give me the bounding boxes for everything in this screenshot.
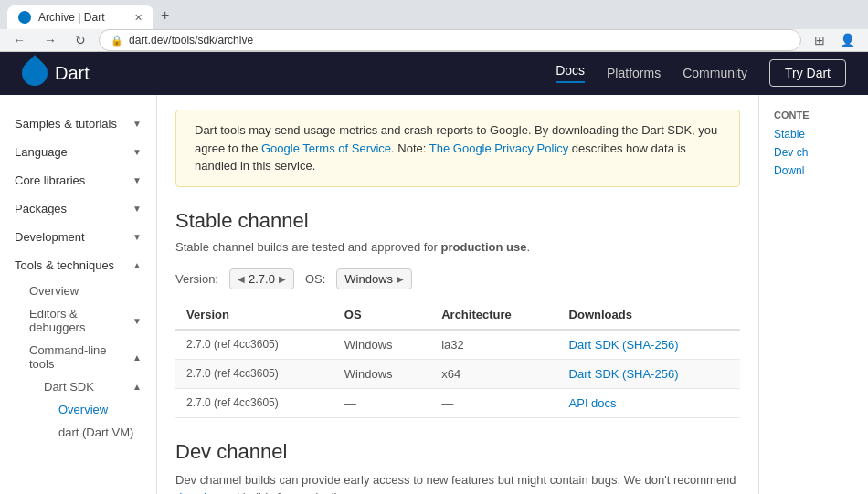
download-link[interactable]: Dart SDK (SHA-256) (569, 367, 679, 381)
dev-channel-title: Dev channel (175, 440, 740, 464)
table-header-row: Version OS Architecture Downloads (175, 300, 740, 330)
try-dart-button[interactable]: Try Dart (769, 59, 846, 87)
sidebar-item-development[interactable]: Development ▼ (0, 223, 156, 251)
chevron-down-icon: ▼ (132, 316, 142, 326)
browser-tab[interactable]: Archive | Dart ✕ (7, 5, 153, 29)
chevron-down-icon: ▼ (132, 232, 142, 242)
cell-arch: x64 (430, 359, 557, 388)
toc-dev-link[interactable]: Dev ch (774, 146, 853, 159)
cell-os: Windows (333, 359, 430, 388)
sidebar-sub-cmdline[interactable]: Command-line tools ▲ (15, 339, 156, 375)
version-value: 2.7.0 (249, 272, 275, 286)
nav-platforms[interactable]: Platforms (607, 66, 661, 80)
stable-desc-text: Stable channel builds are tested and app… (175, 240, 441, 254)
chevron-down-icon: ▼ (132, 175, 142, 185)
stable-channel-title: Stable channel (175, 209, 740, 233)
col-version: Version (175, 300, 333, 330)
download-link[interactable]: Dart SDK (SHA-256) (569, 338, 679, 352)
refresh-button[interactable]: ↻ (69, 29, 91, 51)
chevron-down-icon: ▼ (132, 204, 142, 214)
tos-link[interactable]: Google Terms of Service (261, 142, 391, 155)
sidebar-label-core: Core libraries (15, 173, 85, 187)
version-selector[interactable]: ◀ 2.7.0 ▶ (229, 268, 294, 289)
sidebar-sub-sdk-overview[interactable]: Overview (44, 398, 156, 421)
dev-desc-after: builds for production use. (239, 490, 376, 494)
cell-os: Windows (333, 330, 430, 360)
page-layout: Samples & tutorials ▼ Language ▼ Core li… (0, 95, 868, 494)
sidebar-label-packages: Packages (15, 202, 67, 215)
table-row: 2.7.0 (ref 4cc3605) Windows x64 Dart SDK… (175, 359, 740, 388)
nav-docs[interactable]: Docs (556, 63, 585, 83)
forward-button[interactable]: → (38, 29, 62, 51)
cell-os: — (333, 388, 430, 417)
right-sidebar-title: Conte (774, 110, 853, 121)
tab-favicon (18, 11, 31, 24)
right-arrow-icon: ▶ (279, 274, 286, 284)
new-tab-button[interactable]: + (153, 4, 176, 27)
sidebar-item-core[interactable]: Core libraries ▼ (0, 166, 156, 194)
sidebar-label-dart-sdk: Dart SDK (44, 380, 94, 394)
table-row: 2.7.0 (ref 4cc3605) — — API docs (175, 388, 740, 417)
chevron-down-icon: ▼ (132, 119, 142, 129)
stable-channel-section: Stable channel Stable channel builds are… (157, 202, 758, 433)
cell-download: Dart SDK (SHA-256) (558, 330, 740, 360)
sidebar-dart-sdk-section: Dart SDK ▲ Overview dart (Dart VM) (15, 375, 156, 444)
browser-toolbar: ← → ↻ 🔒 dart.dev/tools/sdk/archive ⊞ 👤 (0, 29, 868, 52)
stable-channel-desc: Stable channel builds are tested and app… (175, 240, 740, 254)
os-selector[interactable]: Windows ▶ (336, 268, 412, 289)
dev-channel-link[interactable]: dev channel (175, 490, 239, 494)
tab-close-button[interactable]: ✕ (134, 12, 143, 24)
sidebar-label-cmdline: Command-line tools (29, 343, 132, 371)
chevron-up-icon: ▲ (132, 382, 142, 392)
main-content: Dart tools may send usage metrics and cr… (157, 95, 758, 494)
col-os: OS (333, 300, 430, 330)
stable-table: Version OS Architecture Downloads 2.7.0 … (175, 300, 740, 418)
cell-arch: — (430, 388, 557, 417)
address-text: dart.dev/tools/sdk/archive (129, 34, 253, 47)
chevron-up-icon: ▲ (132, 352, 142, 363)
privacy-link[interactable]: The Google Privacy Policy (429, 142, 568, 155)
dart-logo-text: Dart (55, 63, 90, 84)
dart-icon (16, 55, 53, 91)
sidebar-sub-tools: Overview Editors & debuggers ▼ Command-l… (0, 279, 156, 444)
tab-title: Archive | Dart (38, 11, 104, 24)
toc-stable-link[interactable]: Stable (774, 128, 853, 141)
sidebar-sub-overview[interactable]: Overview (15, 279, 156, 302)
os-value: Windows (344, 272, 393, 286)
browser-chrome: Archive | Dart ✕ + ← → ↻ 🔒 dart.dev/tool… (0, 0, 868, 51)
right-sidebar: Conte Stable Dev ch Downl (758, 95, 868, 494)
sidebar-item-language[interactable]: Language ▼ (0, 138, 156, 166)
sidebar-item-tools[interactable]: Tools & techniques ▲ (0, 251, 156, 279)
version-label: Version: (175, 272, 218, 286)
sidebar-sub-dart-vm[interactable]: dart (Dart VM) (44, 421, 156, 444)
selector-row: Version: ◀ 2.7.0 ▶ OS: Windows ▶ (175, 268, 740, 289)
sidebar-label-language: Language (15, 145, 68, 159)
sidebar-sdk-children: Overview dart (Dart VM) (29, 398, 156, 444)
nav-community[interactable]: Community (683, 66, 747, 80)
back-button[interactable]: ← (7, 29, 31, 51)
sidebar-item-samples[interactable]: Samples & tutorials ▼ (0, 110, 156, 138)
app-header: Dart Docs Platforms Community Try Dart (0, 51, 868, 95)
os-label: OS: (305, 272, 325, 286)
sidebar-sub-editors[interactable]: Editors & debuggers ▼ (15, 302, 156, 339)
address-bar[interactable]: 🔒 dart.dev/tools/sdk/archive (99, 29, 801, 51)
sidebar-sub-dart-sdk[interactable]: Dart SDK ▲ (29, 375, 156, 398)
sidebar-item-packages[interactable]: Packages ▼ (0, 194, 156, 223)
table-row: 2.7.0 (ref 4cc3605) Windows ia32 Dart SD… (175, 330, 740, 360)
toc-downloads-link[interactable]: Downl (774, 164, 853, 177)
left-arrow-icon: ◀ (238, 274, 245, 284)
left-sidebar: Samples & tutorials ▼ Language ▼ Core li… (0, 95, 157, 494)
stable-desc-end: . (526, 240, 530, 254)
col-downloads: Downloads (558, 300, 740, 330)
dart-logo[interactable]: Dart (22, 60, 90, 86)
cell-arch: ia32 (430, 330, 557, 360)
cell-version: 2.7.0 (ref 4cc3605) (175, 359, 333, 388)
extensions-button[interactable]: ⊞ (809, 29, 831, 51)
profile-button[interactable]: 👤 (834, 29, 861, 51)
browser-actions: ⊞ 👤 (809, 29, 861, 51)
right-arrow-icon: ▶ (397, 274, 404, 284)
main-nav: Docs Platforms Community Try Dart (556, 59, 846, 87)
download-link[interactable]: API docs (569, 396, 617, 410)
dev-channel-desc: Dev channel builds can provide early acc… (175, 471, 740, 495)
cell-download: API docs (558, 388, 740, 417)
